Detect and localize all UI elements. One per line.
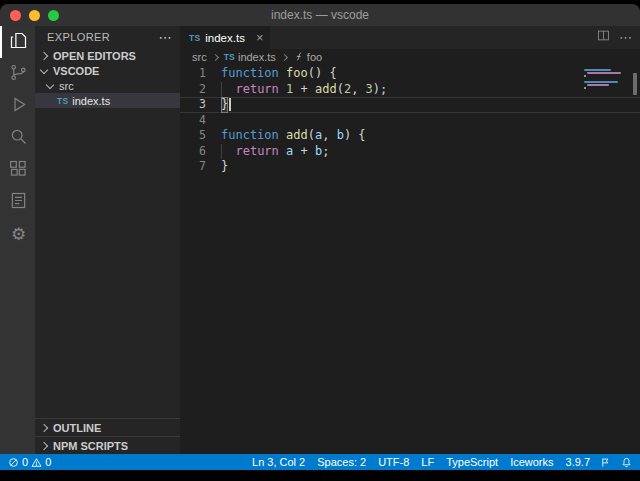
run-debug-activity-button[interactable] — [0, 90, 35, 122]
code-line[interactable]: 6 return a + b; — [180, 144, 640, 160]
tab-bar: TS index.ts × ⋯ — [180, 26, 640, 49]
tab-index-ts[interactable]: TS index.ts × — [180, 26, 271, 49]
activity-bar: ⚙ — [0, 26, 35, 454]
code-line[interactable]: 4 — [180, 113, 640, 129]
breadcrumb-symbol[interactable]: foo — [293, 51, 322, 64]
line-content: return a + b; — [221, 144, 329, 160]
line-content: } — [221, 98, 231, 112]
breadcrumb-folder-label: src — [192, 51, 207, 63]
explorer-sidebar: EXPLORER ⋯ OPEN EDITORS VSCODE src TS in… — [35, 26, 180, 454]
close-window-button[interactable] — [10, 10, 21, 21]
warning-icon — [31, 457, 42, 468]
code-token: add — [286, 128, 308, 144]
search-activity-button[interactable] — [0, 122, 35, 154]
status-eol[interactable]: LF — [421, 456, 434, 468]
editor-area: TS index.ts × ⋯ src TS inde — [180, 26, 640, 454]
status-bar: 0 0 Ln 3, Col 2Spaces: 2UTF-8LFTypeScrip… — [0, 454, 640, 470]
source-control-activity-button[interactable] — [0, 58, 35, 90]
code-token: 2 — [344, 82, 351, 98]
outline-section[interactable]: OUTLINE — [35, 418, 180, 436]
feedback-flag-icon[interactable] — [600, 457, 611, 468]
more-actions-icon[interactable]: ⋯ — [619, 30, 632, 45]
title-bar[interactable]: index.ts — vscode — [0, 4, 640, 26]
chevron-down-icon — [46, 80, 54, 88]
breadcrumb-folder[interactable]: src — [192, 51, 207, 63]
npm-scripts-section[interactable]: NPM SCRIPTS — [35, 436, 180, 454]
problems-status[interactable]: 0 0 — [8, 456, 51, 468]
minimap-line — [584, 75, 586, 77]
typescript-file-icon: TS — [224, 52, 235, 62]
extensions-activity-button[interactable] — [0, 154, 35, 186]
settings-gear-icon: ⚙ — [11, 226, 26, 243]
window-title: index.ts — vscode — [0, 8, 640, 22]
code-token: function — [221, 66, 279, 82]
sidebar-title: EXPLORER — [47, 31, 110, 43]
status-iceworks[interactable]: Iceworks — [510, 456, 553, 468]
indent-guide — [221, 144, 222, 160]
status-cursor-position[interactable]: Ln 3, Col 2 — [252, 456, 305, 468]
code-lines: 1function foo() {2 return 1 + add(2, 3);… — [180, 66, 640, 175]
chevron-down-icon — [40, 65, 48, 73]
run-debug-icon — [8, 94, 29, 119]
code-token: function — [221, 128, 279, 144]
status-language-mode[interactable]: TypeScript — [446, 456, 498, 468]
line-number: 4 — [180, 113, 221, 129]
indent-guide — [221, 82, 222, 98]
code-token: a — [286, 144, 293, 160]
line-number: 5 — [180, 128, 221, 144]
line-number: 7 — [180, 159, 221, 175]
zoom-window-button[interactable] — [48, 10, 59, 21]
file-name: index.ts — [72, 95, 110, 107]
sidebar-header: EXPLORER ⋯ — [35, 26, 180, 48]
line-content: function add(a, b) { — [221, 128, 366, 144]
code-token: return — [235, 82, 278, 98]
workbench: ⚙ EXPLORER ⋯ OPEN EDITORS VSCODE src TS — [0, 26, 640, 454]
code-line[interactable]: 2 return 1 + add(2, 3); — [180, 82, 640, 98]
open-editors-section[interactable]: OPEN EDITORS — [35, 48, 180, 63]
code-token — [279, 82, 286, 98]
status-indentation[interactable]: Spaces: 2 — [317, 456, 366, 468]
code-token: } — [221, 97, 228, 113]
code-line[interactable]: 7} — [180, 159, 640, 175]
line-number: 3 — [180, 97, 221, 113]
code-token: ( — [337, 82, 344, 98]
status-encoding[interactable]: UTF-8 — [378, 456, 409, 468]
notebook-icon — [8, 190, 29, 215]
breadcrumb-file[interactable]: TS index.ts — [224, 51, 276, 63]
status-ts-version[interactable]: 3.9.7 — [566, 456, 590, 468]
code-token: foo — [286, 66, 308, 82]
code-token: 1 — [286, 82, 293, 98]
status-bar-right: Ln 3, Col 2Spaces: 2UTF-8LFTypeScriptIce… — [252, 456, 632, 468]
tree-item-src[interactable]: src — [35, 78, 180, 93]
code-editor[interactable]: 1function foo() {2 return 1 + add(2, 3);… — [180, 65, 640, 454]
tree-item-index-ts[interactable]: TS index.ts — [35, 93, 180, 108]
explorer-activity-button[interactable] — [0, 26, 35, 58]
workspace-section[interactable]: VSCODE — [35, 63, 180, 78]
scrollbar[interactable] — [630, 65, 640, 454]
chevron-right-icon — [212, 53, 219, 60]
project-activity-button[interactable] — [0, 186, 35, 218]
code-token: return — [235, 144, 278, 160]
symbol-function-icon — [293, 51, 304, 64]
code-token: ) { — [344, 128, 366, 144]
explorer-more-actions-icon[interactable]: ⋯ — [159, 30, 172, 45]
minimize-window-button[interactable] — [29, 10, 40, 21]
code-token — [279, 128, 286, 144]
code-token: , — [322, 128, 336, 144]
code-line[interactable]: 1function foo() { — [180, 66, 640, 82]
minimap[interactable] — [584, 69, 624, 89]
close-tab-icon[interactable]: × — [256, 30, 264, 45]
scrollbar-thumb[interactable] — [633, 73, 637, 95]
text-cursor — [229, 98, 231, 111]
code-line[interactable]: 5function add(a, b) { — [180, 128, 640, 144]
code-token — [221, 144, 235, 160]
settings-activity-button[interactable]: ⚙ — [0, 218, 35, 250]
split-editor-icon[interactable] — [596, 28, 611, 47]
code-token: + — [293, 144, 315, 160]
code-token: a — [315, 128, 322, 144]
breadcrumbs: src TS index.ts foo — [180, 49, 640, 65]
code-line[interactable]: 3} — [180, 97, 640, 113]
notifications-bell-icon[interactable] — [621, 457, 632, 468]
error-count: 0 — [22, 456, 28, 468]
open-editors-label: OPEN EDITORS — [53, 50, 136, 62]
